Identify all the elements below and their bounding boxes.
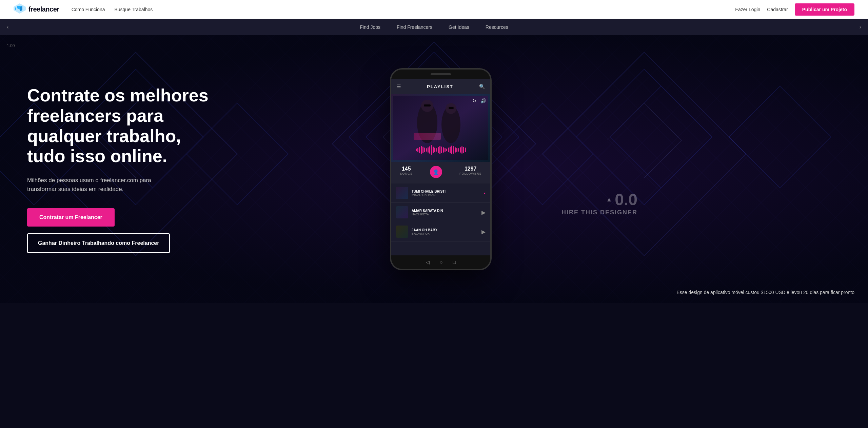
waveform-bar (465, 148, 466, 152)
waveform-bar (438, 147, 439, 153)
waveform-bar (450, 147, 451, 153)
waveform-bar (416, 149, 417, 151)
nav-left: f freelancer Como Funciona Busque Trabal… (14, 3, 153, 16)
waveform-bar (458, 148, 459, 152)
stat-songs: 145 SONGS (400, 166, 413, 179)
phone-bottom-bar: ◁ ○ □ (391, 255, 490, 269)
waveform-bar (422, 147, 423, 153)
version-indicator: 1.00 (7, 43, 15, 48)
track-thumb-3 (396, 226, 408, 238)
waveform-bar (441, 147, 442, 153)
phone-back-btn[interactable]: ◁ (426, 259, 430, 265)
logo-text: freelancer (28, 5, 59, 13)
hire-freelancer-button[interactable]: Contratar um Freelancer (27, 208, 115, 227)
phone-speaker (431, 73, 451, 75)
phone-menu-icon: ☰ (397, 84, 401, 89)
phone-app-title: PLAYLIST (427, 84, 453, 89)
phone-app-header: ☰ PLAYLIST 🔍 (391, 79, 490, 94)
waveform-bar (463, 147, 464, 153)
waveform-bar (451, 145, 452, 154)
track-item-1: TUMI CHAILE BRISTI MINAR RAHMAN ● (391, 183, 490, 203)
waveform-bar (456, 148, 457, 152)
phone-controls-top: ↻ 🔊 (472, 98, 486, 103)
fazer-login-link[interactable]: Fazer Login (735, 7, 760, 12)
hero-text-block: Contrate os melhores freelancers para qu… (27, 85, 217, 253)
phone-home-btn[interactable]: ○ (440, 259, 442, 265)
nav-como-funciona[interactable]: Como Funciona (72, 7, 105, 12)
nav-right: Fazer Login Cadastrar Publicar um Projet… (735, 3, 854, 16)
secondary-navigation: ‹ Find Jobs Find Freelancers Get Ideas R… (0, 19, 868, 35)
phone-search-icon: 🔍 (479, 84, 485, 89)
track-play-btn-2[interactable]: ▶ (481, 209, 486, 216)
hero-content: Contrate os melhores freelancers para qu… (0, 68, 868, 270)
track-item-2: AMAR SARATA DIN NACHIKETA ▶ (391, 203, 490, 222)
chevron-right-icon[interactable]: › (860, 24, 861, 30)
stat-followers-num: 1297 (459, 166, 482, 172)
logo[interactable]: f freelancer (14, 3, 59, 16)
track-thumb-1 (396, 187, 408, 199)
volume-icon: 🔊 (480, 98, 486, 103)
svg-rect-27 (449, 107, 454, 109)
stat-songs-num: 145 (400, 166, 413, 172)
track-name-3: JAAN OH BABY (412, 228, 478, 232)
secondary-nav-get-ideas[interactable]: Get Ideas (449, 24, 469, 30)
stat-songs-label: SONGS (400, 172, 413, 175)
track-thumb-2 (396, 206, 408, 218)
hire-badge-text: HIRE THIS DESIGNER (561, 209, 637, 216)
top-navigation: f freelancer Como Funciona Busque Trabal… (0, 0, 868, 19)
waveform-bar (424, 148, 425, 152)
phone-container: ☰ PLAYLIST 🔍 (217, 68, 665, 270)
waveform-bar (453, 146, 454, 154)
hero-section: 1.00 Contrate os melhores freelancers pa… (0, 35, 868, 303)
publish-button[interactable]: Publicar um Projeto (795, 3, 854, 16)
waveform-bar (429, 146, 430, 154)
track-name-1: TUMI CHAILE BRISTI (412, 190, 480, 193)
secondary-nav-find-jobs[interactable]: Find Jobs (360, 24, 380, 30)
track-info-1: TUMI CHAILE BRISTI MINAR RAHMAN (412, 190, 480, 197)
waveform-bar (443, 147, 444, 153)
waveform-bar (421, 146, 422, 154)
waveform-bar (436, 148, 437, 152)
waveform-bar (419, 147, 420, 153)
cadastrar-link[interactable]: Cadastrar (767, 7, 788, 12)
phone-top-bar (391, 70, 490, 79)
track-artist-2: NACHIKETA (412, 213, 478, 216)
earn-money-button[interactable]: Ganhar Dinheiro Trabalhando como Freelan… (27, 233, 170, 253)
waveform-bar (448, 148, 449, 152)
phone-stats: 145 SONGS 👤 1297 FOLLOWERS (391, 162, 490, 183)
track-play-btn-3[interactable]: ▶ (481, 229, 486, 235)
waveform-bar (428, 147, 429, 153)
refresh-icon: ↻ (472, 98, 476, 103)
waveform-bar (439, 146, 440, 154)
track-name-2: AMAR SARATA DIN (412, 209, 478, 213)
phone-mockup: ☰ PLAYLIST 🔍 (390, 68, 492, 270)
waveform-bar (417, 148, 418, 152)
stat-followers: 1297 FOLLOWERS (459, 166, 482, 179)
phone-album-art: ↻ 🔊 (391, 94, 490, 162)
follow-icon-btn[interactable]: 👤 (430, 166, 442, 178)
hero-caption: Esse design de aplicativo móvel custou $… (676, 290, 854, 295)
stat-followers-label: FOLLOWERS (459, 172, 482, 175)
phone-recent-btn[interactable]: □ (453, 259, 456, 265)
phone-tracklist: TUMI CHAILE BRISTI MINAR RAHMAN ● AMAR S… (391, 183, 490, 241)
waveform-bar (431, 145, 432, 155)
waveform-bar (426, 148, 427, 152)
nav-busque-trabalhos[interactable]: Busque Trabalhos (114, 7, 153, 12)
waveform-bar (434, 148, 435, 152)
hero-buttons: Contratar um Freelancer Ganhar Dinheiro … (27, 208, 217, 253)
waveform-bar (446, 149, 447, 151)
logo-icon: f (14, 3, 26, 16)
hero-subtitle: Milhões de pessoas usam o freelancer.com… (27, 176, 170, 193)
hire-badge: ▲ 0.0 HIRE THIS DESIGNER (561, 190, 637, 216)
secondary-nav-find-freelancers[interactable]: Find Freelancers (397, 24, 432, 30)
waveform (391, 145, 490, 155)
secondary-nav-resources[interactable]: Resources (486, 24, 508, 30)
waveform-bar (455, 147, 456, 153)
waveform-bar (461, 146, 462, 154)
stat-follow-btn[interactable]: 👤 (430, 166, 442, 179)
waveform-bar (445, 148, 446, 152)
chevron-left-icon[interactable]: ‹ (7, 24, 8, 30)
hero-title: Contrate os melhores freelancers para qu… (27, 85, 217, 167)
svg-rect-26 (424, 104, 431, 106)
hire-badge-arrow: ▲ (606, 196, 612, 203)
